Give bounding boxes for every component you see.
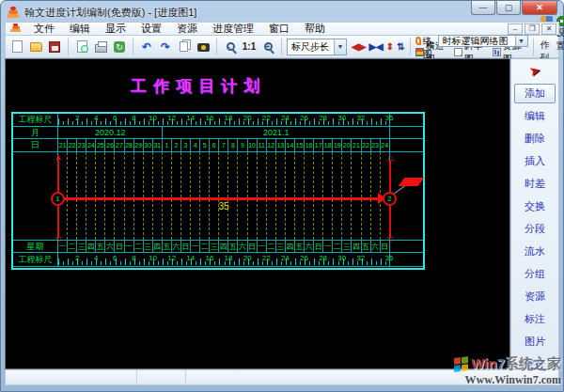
day-cell: 7 [218, 139, 227, 151]
day-gridline [227, 152, 237, 240]
weekday-cell: 六 [304, 241, 313, 252]
export-button[interactable]: ↻ [111, 39, 128, 55]
day-cell: 10 [247, 139, 257, 151]
weekday-cell: 三 [76, 241, 86, 252]
day-cell: 13 [275, 139, 285, 151]
ruler-step-combobox[interactable]: 标尺步长 ▼ [287, 39, 347, 55]
maximize-button[interactable]: ▢ [496, 1, 521, 15]
new-file-button[interactable] [8, 39, 25, 55]
menu-bar: 文件编辑显示设置资源进度管理窗口帮助 – ❐ ✕ [5, 22, 559, 35]
menu-item[interactable]: 进度管理 [205, 22, 261, 36]
day-cell: 24 [380, 139, 389, 151]
weekday-cell: 二 [133, 241, 143, 252]
network-area-label-spacer [13, 152, 58, 240]
menu-item[interactable]: 资源 [169, 22, 205, 36]
diagram-type-combobox[interactable]: 时标逻辑网络图 ▼ [438, 35, 528, 47]
sidebar-item[interactable]: 图片 [514, 332, 556, 352]
mdi-minimize-button[interactable]: – [508, 24, 523, 35]
ruler-mark: 14 [186, 254, 195, 262]
day-gridline [266, 152, 275, 240]
network-area[interactable] [13, 152, 423, 241]
day-cell: 2 [171, 139, 180, 151]
ruler-mark: 6 [113, 254, 117, 262]
app-window: 翰文进度计划编制(免费版) - [进度图1] — ▢ ✕ 文件编辑显示设置资源进… [0, 0, 564, 392]
menu-item[interactable]: 文件 [26, 22, 62, 36]
day-cell: 15 [294, 139, 304, 151]
open-file-button[interactable] [27, 39, 44, 55]
day-gridline [133, 152, 143, 240]
compress-vertical-icon[interactable]: ⇅ [397, 42, 404, 52]
sidebar-item[interactable]: 资源 [514, 287, 556, 306]
weekday-cell: 二 [332, 241, 341, 252]
ruler-mark: 8 [132, 254, 135, 262]
zoom-reset-button[interactable]: 1:1 [241, 39, 258, 55]
copy-button[interactable] [176, 39, 193, 55]
chevron-down-icon[interactable]: ▼ [334, 39, 346, 55]
minimize-button[interactable]: — [471, 1, 495, 15]
weekday-cell: 五 [294, 241, 304, 252]
menu-item[interactable]: 设置 [133, 22, 169, 36]
save-icon [49, 41, 60, 53]
sidebar-item[interactable]: 分组 [514, 264, 556, 284]
day-gridline [114, 152, 123, 240]
redo-icon: ↷ [161, 41, 170, 53]
day-gridline [209, 152, 218, 240]
day-cells: 2122232425262728293031123456789101112131… [58, 139, 390, 151]
menu-item[interactable]: 帮助 [297, 22, 333, 36]
sidebar-item[interactable]: 标注 [514, 309, 556, 329]
expand-horizontal-icon[interactable]: ◀▶ [352, 42, 366, 52]
sidebar-item[interactable]: 添加 [514, 84, 556, 103]
weekday-cell: 五 [95, 241, 104, 252]
diagram-group: 网络图 时标逻辑网络图 ▼ 横道图 斜率图 资源图 [415, 36, 528, 57]
mdi-close-button[interactable]: ✕ [541, 24, 556, 35]
compress-horizontal-icon[interactable]: ▶◀ [368, 42, 383, 52]
menu-item[interactable]: 窗口 [261, 22, 297, 36]
redo-button[interactable]: ↷ [157, 39, 174, 55]
close-button[interactable]: ✕ [522, 1, 557, 15]
sidebar-item[interactable]: 时差 [514, 174, 556, 194]
menu-item[interactable]: 编辑 [62, 22, 98, 36]
weekday-cell: 一 [257, 241, 266, 252]
undo-button[interactable]: ↶ [138, 39, 155, 55]
ruler-mark: 20 [243, 254, 252, 262]
day-gridline [247, 152, 257, 240]
toolbar: ↻ ↶ ↷ - 1:1 + 标尺步长 ▼ ◀▶ ▶◀ ⇕ ⇅ 网络图 [5, 35, 559, 58]
sidebar-item[interactable]: 流水 [514, 242, 556, 261]
zoom-out-button[interactable]: - [222, 39, 239, 55]
window-bottom-edge [1, 385, 563, 391]
select-tool-button[interactable]: ➤ [516, 63, 554, 78]
mdi-restore-button[interactable]: ❐ [525, 24, 540, 35]
day-gridline [275, 152, 285, 240]
ruler-mark: 28 [319, 254, 327, 262]
sidebar-item[interactable]: 编辑 [514, 106, 556, 126]
ruler-mark: 14 [186, 114, 195, 122]
ruler-mark: 4 [94, 114, 98, 122]
schedule-table[interactable]: 工程标尺 246810121416182022242628303235 月 20… [11, 112, 425, 270]
ruler-marks-top: 246810121416182022242628303235 [58, 114, 389, 126]
sidebar-item[interactable]: 交换 [514, 196, 556, 216]
zoom-in-button[interactable]: + [259, 39, 276, 55]
ruler-mark: 2 [75, 114, 79, 122]
day-gridline [199, 152, 209, 240]
save-button[interactable] [46, 39, 63, 55]
snapshot-button[interactable] [195, 39, 212, 55]
weekday-cell: 日 [380, 241, 389, 252]
sidebar-item[interactable]: 插入 [514, 151, 556, 171]
weekday-cell: 日 [180, 241, 190, 252]
ruler-mark: 18 [225, 114, 233, 122]
sidebar-item[interactable]: 删除 [514, 129, 556, 149]
sidebar-item[interactable]: 分段 [514, 219, 556, 239]
chevron-down-icon[interactable]: ▼ [515, 36, 527, 46]
weekday-cell: 三 [143, 241, 152, 252]
weekday-cell: 三 [275, 241, 285, 252]
ruler-mark: 4 [94, 254, 98, 262]
print-preview-button[interactable] [73, 39, 90, 55]
drawing-canvas[interactable]: 工作项目计划 工程标尺 2468101214161820222426283032… [5, 58, 510, 369]
day-cell: 16 [304, 139, 313, 151]
expand-vertical-icon[interactable]: ⇕ [386, 42, 394, 52]
menu-item[interactable]: 显示 [98, 22, 133, 36]
print-button[interactable] [92, 39, 109, 55]
month-cell: 2021.1 [162, 127, 389, 138]
week-row-label: 星期 [13, 241, 58, 252]
print-preview-icon [77, 40, 87, 53]
